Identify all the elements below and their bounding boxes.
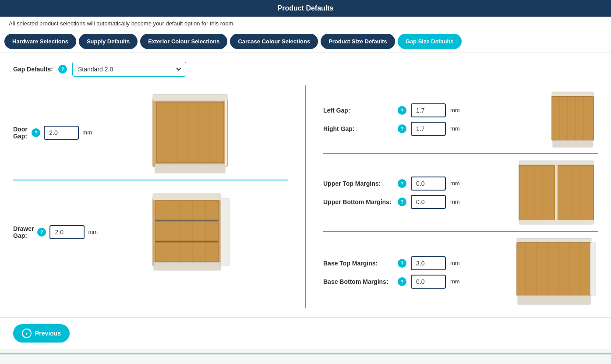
svg-rect-9 <box>225 99 227 166</box>
right-gap-label: Right Gap: <box>323 125 393 132</box>
tab-supply-defaults[interactable]: Supply Defaults <box>79 34 138 49</box>
right-gap-input[interactable] <box>411 122 446 136</box>
bottom-nav: ‹ Previous <box>0 317 611 349</box>
upper-top-margins-label: Upper Top Margins: <box>323 180 393 187</box>
svg-rect-11 <box>153 194 221 200</box>
right-gap-help-icon[interactable]: ? <box>398 124 406 133</box>
drawer-gap-input[interactable] <box>49 225 85 239</box>
svg-rect-57 <box>590 243 596 295</box>
svg-rect-31 <box>552 92 593 96</box>
base-top-margins-help-icon[interactable]: ? <box>398 259 406 268</box>
svg-rect-17 <box>155 242 219 262</box>
base-top-margins-label: Base Top Margins: <box>323 260 393 267</box>
gap-defaults-dropdown[interactable]: Standard 2.0 Custom <box>72 62 186 77</box>
svg-rect-2 <box>156 102 224 163</box>
upper-top-margins-input[interactable] <box>411 177 446 191</box>
base-cabinet-image <box>512 236 598 308</box>
footer: ✕ Cancel ✓ Save Room <box>0 359 611 364</box>
upper-top-margins-row: Upper Top Margins: ? mm <box>323 177 510 191</box>
upper-bottom-margins-unit: mm <box>450 198 460 205</box>
base-bottom-margins-input[interactable] <box>411 275 446 289</box>
svg-rect-32 <box>552 96 593 140</box>
svg-rect-13 <box>155 200 219 220</box>
tab-bar: Hardware Selections Supply Defaults Exte… <box>0 30 611 53</box>
base-bottom-margins-unit: mm <box>450 278 460 285</box>
gap-defaults-label: Gap Defaults: <box>13 66 53 73</box>
base-top-margins-input[interactable] <box>411 256 446 270</box>
svg-rect-37 <box>553 141 593 147</box>
svg-rect-50 <box>517 243 591 295</box>
left-right-gap-section: Left Gap: ? mm Right Gap: ? mm <box>323 85 598 154</box>
left-right-gap-fields: Left Gap: ? mm Right Gap: ? mm <box>323 103 543 136</box>
tab-exterior-colour[interactable]: Exterior Colour Selections <box>140 34 227 49</box>
upper-doors-svg <box>515 159 598 226</box>
svg-rect-41 <box>555 165 558 220</box>
upper-margin-fields: Upper Top Margins: ? mm Upper Bottom Mar… <box>323 177 510 209</box>
drawer-gap-label: Drawer Gap: <box>13 225 34 239</box>
base-bottom-margins-row: Base Bottom Margins: ? mm <box>323 275 508 289</box>
base-margin-fields: Base Top Margins: ? mm Base Bottom Margi… <box>323 256 508 289</box>
base-top-margins-row: Base Top Margins: ? mm <box>323 256 508 270</box>
tab-carcase-colour[interactable]: Carcase Colour Selections <box>230 34 318 49</box>
upper-margins-section: Upper Top Margins: ? mm Upper Bottom Mar… <box>323 154 598 232</box>
left-gap-unit: mm <box>450 107 460 113</box>
svg-rect-30 <box>154 262 221 270</box>
svg-rect-40 <box>558 165 593 220</box>
footer-divider <box>0 353 611 354</box>
svg-rect-48 <box>519 220 593 224</box>
base-bottom-margins-help-icon[interactable]: ? <box>398 277 406 286</box>
upper-bottom-margins-row: Upper Bottom Margins: ? mm <box>323 195 510 209</box>
main-content: Gap Defaults: ? Standard 2.0 Custom Door… <box>0 53 611 317</box>
door-gap-unit: mm <box>82 129 92 136</box>
drawer-gap-cabinet-image <box>92 189 288 275</box>
side-gap-cabinet-image <box>547 90 598 149</box>
drawer-gap-section: Drawer Gap: ? mm <box>13 180 288 279</box>
tab-hardware-selections[interactable]: Hardware Selections <box>4 34 76 49</box>
right-gap-row: Right Gap: ? mm <box>323 122 543 136</box>
tab-gap-size[interactable]: Gap Size Defaults <box>398 34 462 49</box>
svg-rect-12 <box>221 198 230 266</box>
previous-button[interactable]: ‹ Previous <box>13 324 70 343</box>
svg-rect-58 <box>518 296 590 304</box>
svg-rect-15 <box>155 221 219 241</box>
svg-rect-1 <box>153 94 227 101</box>
gap-defaults-help-icon[interactable]: ? <box>58 65 67 74</box>
svg-rect-49 <box>517 238 591 243</box>
door-gap-field-group: Door Gap: ? mm <box>13 126 92 140</box>
left-gap-label: Left Gap: <box>323 107 393 114</box>
svg-rect-39 <box>519 165 555 220</box>
upper-bottom-margins-input[interactable] <box>411 195 446 209</box>
drawer-gap-field-group: Drawer Gap: ? mm <box>13 225 92 239</box>
door-gap-cabinet-image <box>92 90 288 175</box>
gap-defaults-row: Gap Defaults: ? Standard 2.0 Custom <box>13 62 598 77</box>
left-gap-help-icon[interactable]: ? <box>398 106 406 115</box>
base-top-margins-unit: mm <box>450 260 460 266</box>
base-bottom-margins-label: Base Bottom Margins: <box>323 278 393 285</box>
base-cabinet-svg <box>512 236 598 308</box>
base-margins-section: Base Top Margins: ? mm Base Bottom Margi… <box>323 232 598 308</box>
page-title: Product Defaults <box>0 0 611 17</box>
tab-product-size[interactable]: Product Size Defaults <box>321 34 395 49</box>
left-gap-row: Left Gap: ? mm <box>323 103 543 117</box>
two-columns: Door Gap: ? mm <box>13 85 598 308</box>
drawer-cabinet-svg <box>144 189 236 275</box>
upper-top-margins-unit: mm <box>450 180 460 187</box>
upper-bottom-margins-label: Upper Bottom Margins: <box>323 198 393 205</box>
door-gap-section: Door Gap: ? mm <box>13 85 288 180</box>
side-cabinet-svg <box>547 90 598 149</box>
left-gap-input[interactable] <box>411 103 446 117</box>
drawer-gap-help-icon[interactable]: ? <box>37 228 46 237</box>
upper-bottom-margins-help-icon[interactable]: ? <box>398 198 406 206</box>
right-column: Left Gap: ? mm Right Gap: ? mm <box>306 85 598 308</box>
upper-cabinet-image <box>515 159 598 226</box>
door-gap-input[interactable] <box>44 126 79 140</box>
svg-rect-8 <box>155 164 225 173</box>
door-gap-label: Door Gap: <box>13 126 28 140</box>
right-gap-unit: mm <box>450 125 460 132</box>
upper-top-margins-help-icon[interactable]: ? <box>398 179 406 188</box>
prev-arrow-icon: ‹ <box>22 329 32 338</box>
info-bar: All selected product selections will aut… <box>0 17 611 30</box>
door-gap-help-icon[interactable]: ? <box>32 128 40 137</box>
svg-rect-38 <box>519 161 593 165</box>
previous-label: Previous <box>35 330 61 337</box>
